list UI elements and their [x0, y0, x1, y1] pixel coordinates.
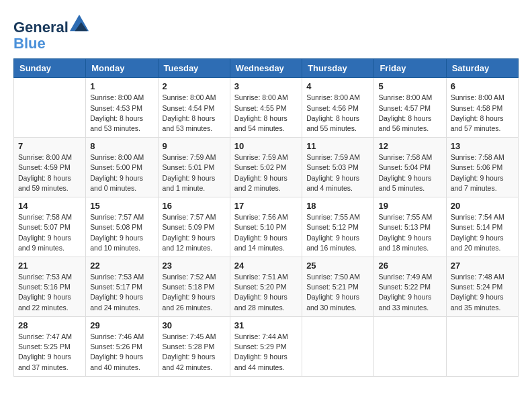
- day-number: 22: [90, 261, 153, 271]
- day-number: 7: [18, 141, 81, 151]
- calendar-cell: 29Sunrise: 7:46 AMSunset: 5:26 PMDayligh…: [86, 316, 158, 376]
- day-number: 15: [90, 201, 153, 211]
- col-header-monday: Monday: [86, 59, 158, 78]
- calendar-cell: 31Sunrise: 7:44 AMSunset: 5:29 PMDayligh…: [230, 316, 302, 376]
- day-number: 6: [451, 81, 514, 91]
- day-number: 17: [234, 201, 298, 211]
- day-info: Sunrise: 7:45 AMSunset: 5:28 PMDaylight:…: [163, 332, 226, 373]
- calendar-cell: 17Sunrise: 7:56 AMSunset: 5:10 PMDayligh…: [230, 197, 302, 257]
- calendar-cell: 9Sunrise: 7:59 AMSunset: 5:01 PMDaylight…: [158, 138, 230, 197]
- page-header: GeneralBlue: [13, 13, 519, 52]
- day-info: Sunrise: 7:59 AMSunset: 5:03 PMDaylight:…: [306, 152, 369, 193]
- day-info: Sunrise: 8:00 AMSunset: 4:55 PMDaylight:…: [234, 93, 298, 134]
- day-info: Sunrise: 8:00 AMSunset: 4:56 PMDaylight:…: [306, 93, 369, 134]
- col-header-sunday: Sunday: [14, 59, 86, 78]
- day-info: Sunrise: 7:47 AMSunset: 5:25 PMDaylight:…: [18, 332, 81, 373]
- col-header-friday: Friday: [374, 59, 446, 78]
- day-number: 13: [451, 141, 514, 151]
- logo-text: GeneralBlue: [13, 13, 89, 52]
- calendar-cell: 26Sunrise: 7:49 AMSunset: 5:22 PMDayligh…: [374, 257, 446, 317]
- day-number: 20: [451, 201, 514, 211]
- calendar-cell: [302, 316, 374, 376]
- day-info: Sunrise: 7:51 AMSunset: 5:20 PMDaylight:…: [234, 272, 298, 313]
- calendar-cell: 15Sunrise: 7:57 AMSunset: 5:08 PMDayligh…: [86, 197, 158, 257]
- day-number: 26: [378, 261, 441, 271]
- calendar-cell: 30Sunrise: 7:45 AMSunset: 5:28 PMDayligh…: [158, 316, 230, 376]
- calendar-cell: 12Sunrise: 7:58 AMSunset: 5:04 PMDayligh…: [374, 138, 446, 197]
- day-info: Sunrise: 8:00 AMSunset: 4:59 PMDaylight:…: [18, 152, 81, 193]
- day-number: 1: [90, 81, 153, 91]
- calendar-cell: [374, 316, 446, 376]
- day-info: Sunrise: 7:57 AMSunset: 5:08 PMDaylight:…: [90, 212, 153, 253]
- day-info: Sunrise: 7:56 AMSunset: 5:10 PMDaylight:…: [234, 212, 298, 253]
- calendar-cell: 21Sunrise: 7:53 AMSunset: 5:16 PMDayligh…: [14, 257, 86, 317]
- day-number: 28: [18, 320, 81, 330]
- week-row-5: 28Sunrise: 7:47 AMSunset: 5:25 PMDayligh…: [14, 316, 519, 376]
- calendar-cell: 5Sunrise: 8:00 AMSunset: 4:57 PMDaylight…: [374, 78, 446, 138]
- day-info: Sunrise: 7:48 AMSunset: 5:24 PMDaylight:…: [451, 272, 514, 313]
- col-header-saturday: Saturday: [446, 59, 518, 78]
- calendar-cell: 13Sunrise: 7:58 AMSunset: 5:06 PMDayligh…: [446, 138, 518, 197]
- day-info: Sunrise: 8:00 AMSunset: 4:57 PMDaylight:…: [378, 93, 441, 134]
- day-info: Sunrise: 7:46 AMSunset: 5:26 PMDaylight:…: [90, 332, 153, 373]
- week-row-2: 7Sunrise: 8:00 AMSunset: 4:59 PMDaylight…: [14, 138, 519, 197]
- day-info: Sunrise: 7:53 AMSunset: 5:17 PMDaylight:…: [90, 272, 153, 313]
- day-number: 12: [378, 141, 441, 151]
- day-info: Sunrise: 7:44 AMSunset: 5:29 PMDaylight:…: [234, 332, 298, 373]
- logo: GeneralBlue: [13, 13, 89, 52]
- col-header-thursday: Thursday: [302, 59, 374, 78]
- calendar-cell: 23Sunrise: 7:52 AMSunset: 5:18 PMDayligh…: [158, 257, 230, 317]
- col-header-wednesday: Wednesday: [230, 59, 302, 78]
- day-info: Sunrise: 7:50 AMSunset: 5:21 PMDaylight:…: [306, 272, 369, 313]
- calendar-cell: 27Sunrise: 7:48 AMSunset: 5:24 PMDayligh…: [446, 257, 518, 317]
- calendar-cell: 6Sunrise: 8:00 AMSunset: 4:58 PMDaylight…: [446, 78, 518, 138]
- day-number: 29: [90, 320, 153, 330]
- day-number: 9: [163, 141, 226, 151]
- calendar-cell: 1Sunrise: 8:00 AMSunset: 4:53 PMDaylight…: [86, 78, 158, 138]
- calendar-body: 1Sunrise: 8:00 AMSunset: 4:53 PMDaylight…: [14, 78, 519, 376]
- day-number: 19: [378, 201, 441, 211]
- day-number: 24: [234, 261, 298, 271]
- calendar-cell: 28Sunrise: 7:47 AMSunset: 5:25 PMDayligh…: [14, 316, 86, 376]
- day-number: 11: [306, 141, 369, 151]
- day-info: Sunrise: 7:55 AMSunset: 5:13 PMDaylight:…: [378, 212, 441, 253]
- day-number: 25: [306, 261, 369, 271]
- day-number: 8: [90, 141, 153, 151]
- day-info: Sunrise: 7:58 AMSunset: 5:07 PMDaylight:…: [18, 212, 81, 253]
- calendar-cell: 19Sunrise: 7:55 AMSunset: 5:13 PMDayligh…: [374, 197, 446, 257]
- calendar-cell: 11Sunrise: 7:59 AMSunset: 5:03 PMDayligh…: [302, 138, 374, 197]
- day-number: 30: [163, 320, 226, 330]
- week-row-4: 21Sunrise: 7:53 AMSunset: 5:16 PMDayligh…: [14, 257, 519, 317]
- calendar-cell: 7Sunrise: 8:00 AMSunset: 4:59 PMDaylight…: [14, 138, 86, 197]
- day-info: Sunrise: 8:00 AMSunset: 5:00 PMDaylight:…: [90, 152, 153, 193]
- calendar-cell: 22Sunrise: 7:53 AMSunset: 5:17 PMDayligh…: [86, 257, 158, 317]
- col-header-tuesday: Tuesday: [158, 59, 230, 78]
- day-info: Sunrise: 7:49 AMSunset: 5:22 PMDaylight:…: [378, 272, 441, 313]
- day-number: 4: [306, 81, 369, 91]
- calendar-cell: 10Sunrise: 7:59 AMSunset: 5:02 PMDayligh…: [230, 138, 302, 197]
- calendar-cell: 14Sunrise: 7:58 AMSunset: 5:07 PMDayligh…: [14, 197, 86, 257]
- day-number: 10: [234, 141, 298, 151]
- day-number: 14: [18, 201, 81, 211]
- calendar-header: SundayMondayTuesdayWednesdayThursdayFrid…: [14, 59, 519, 78]
- calendar-cell: 18Sunrise: 7:55 AMSunset: 5:12 PMDayligh…: [302, 197, 374, 257]
- calendar-cell: 16Sunrise: 7:57 AMSunset: 5:09 PMDayligh…: [158, 197, 230, 257]
- calendar-cell: 20Sunrise: 7:54 AMSunset: 5:14 PMDayligh…: [446, 197, 518, 257]
- calendar-cell: 24Sunrise: 7:51 AMSunset: 5:20 PMDayligh…: [230, 257, 302, 317]
- day-number: 5: [378, 81, 441, 91]
- day-info: Sunrise: 8:00 AMSunset: 4:53 PMDaylight:…: [90, 93, 153, 134]
- day-number: 21: [18, 261, 81, 271]
- day-info: Sunrise: 7:57 AMSunset: 5:09 PMDaylight:…: [163, 212, 226, 253]
- calendar-cell: [14, 78, 86, 138]
- week-row-3: 14Sunrise: 7:58 AMSunset: 5:07 PMDayligh…: [14, 197, 519, 257]
- day-number: 3: [234, 81, 298, 91]
- day-info: Sunrise: 7:59 AMSunset: 5:02 PMDaylight:…: [234, 152, 298, 193]
- day-info: Sunrise: 7:54 AMSunset: 5:14 PMDaylight:…: [451, 212, 514, 253]
- day-info: Sunrise: 8:00 AMSunset: 4:54 PMDaylight:…: [163, 93, 226, 134]
- calendar-cell: 4Sunrise: 8:00 AMSunset: 4:56 PMDaylight…: [302, 78, 374, 138]
- day-info: Sunrise: 7:55 AMSunset: 5:12 PMDaylight:…: [306, 212, 369, 253]
- day-info: Sunrise: 8:00 AMSunset: 4:58 PMDaylight:…: [451, 93, 514, 134]
- day-number: 31: [234, 320, 298, 330]
- calendar-cell: [446, 316, 518, 376]
- calendar-cell: 25Sunrise: 7:50 AMSunset: 5:21 PMDayligh…: [302, 257, 374, 317]
